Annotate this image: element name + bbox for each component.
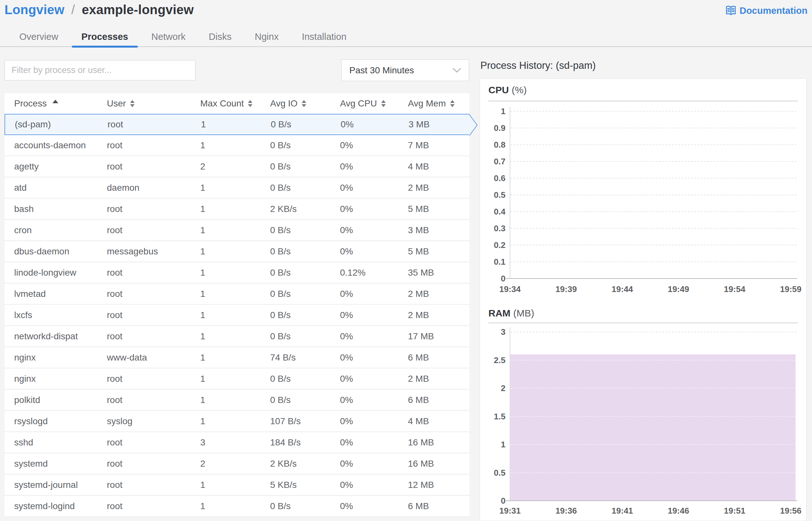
cell-user: root [97,480,191,490]
table-row[interactable]: linode-longviewroot10 B/s0.12%35 MB [4,263,469,284]
cell-process: atd [4,183,97,193]
table-row[interactable]: lxcfsroot10 B/s0%2 MB [4,305,469,326]
gridline [510,332,796,332]
x-tick-label: 19:39 [543,284,589,294]
cell-user: root [98,119,191,130]
documentation-label: Documentation [740,5,808,16]
table-row[interactable]: cronroot10 B/s0%3 MB [4,220,469,241]
tab-overview[interactable]: Overview [10,28,68,46]
cell-process: linode-longview [4,268,97,278]
cell-avg-mem: 2 MB [398,310,469,320]
cell-avg-io: 0 B/s [260,246,330,257]
table-row[interactable]: dbus-daemonmessagebus10 B/s0%5 MB [4,241,469,263]
cell-avg-cpu: 0% [330,480,398,490]
cell-max-count: 1 [191,204,260,214]
cell-user: daemon [97,183,191,193]
cell-avg-cpu: 0% [331,119,399,130]
cell-avg-io: 0 B/s [260,395,330,405]
breadcrumb-current-client: example-longview [82,3,194,17]
cell-avg-io: 107 B/s [260,416,330,427]
breadcrumb-longview-link[interactable]: Longview [4,3,64,17]
table-row[interactable]: lvmetadroot10 B/s0%2 MB [4,284,469,305]
y-axis-line [510,327,510,501]
column-header-avg-mem[interactable]: Avg Mem [398,98,469,109]
tab-nginx[interactable]: Nginx [245,28,288,46]
process-filter-input[interactable] [4,60,195,81]
cell-avg-cpu: 0% [330,183,398,193]
y-tick-label: 0.5 [488,190,506,200]
table-row[interactable]: rsyslogdsyslog1107 B/s0%4 MB [4,411,469,432]
cell-user: root [97,140,191,151]
x-tick-label: 19:31 [488,505,533,516]
process-history-title: Process History: (sd-pam) [480,60,596,71]
cell-max-count: 1 [191,140,260,151]
table-row-selected[interactable]: (sd-pam)root10 B/s0%3 MB [4,114,469,135]
cell-avg-cpu: 0% [330,353,398,363]
table-row[interactable]: atddaemon10 B/s0%2 MB [4,178,469,199]
table-row[interactable]: agettyroot20 B/s0%4 MB [4,156,469,178]
cell-avg-io: 0 B/s [260,268,330,278]
cell-process: lvmetad [4,289,97,299]
table-row[interactable]: networkd-dispatroot10 B/s0%17 MB [4,326,469,347]
cell-process: lxcfs [4,310,97,320]
table-row[interactable]: bashroot12 KB/s0%5 MB [4,199,469,220]
cell-avg-io: 0 B/s [260,183,330,193]
cell-avg-io: 0 B/s [260,501,330,511]
tab-installation[interactable]: Installation [292,28,356,46]
table-row[interactable]: systemd-journalroot15 KB/s0%12 MB [4,475,469,496]
cell-avg-cpu: 0% [330,459,398,469]
cell-avg-mem: 4 MB [398,161,469,172]
ram-chart-title-main: RAM [488,308,510,318]
sort-toggle-icon [381,100,386,107]
time-range-select[interactable]: Past 30 Minutes [341,60,469,81]
cell-avg-cpu: 0% [330,416,398,427]
y-tick-label: 0.9 [488,123,506,133]
cell-user: root [97,395,191,405]
column-label: User [107,98,126,109]
cell-avg-mem: 2 MB [398,183,469,193]
cell-avg-io: 0 B/s [260,374,330,384]
cell-avg-io: 184 B/s [260,437,330,448]
cell-avg-cpu: 0% [330,437,398,448]
table-row[interactable]: nginxroot10 B/s0%2 MB [4,368,469,390]
tab-network[interactable]: Network [142,28,195,46]
cell-avg-mem: 5 MB [398,204,469,214]
documentation-link[interactable]: Documentation [724,4,808,17]
column-header-avg-io[interactable]: Avg IO [260,98,330,109]
column-label: Avg CPU [340,98,377,109]
ram-chart-title: RAM(MB) [488,308,534,319]
cell-avg-cpu: 0% [330,501,398,511]
cell-avg-io: 0 B/s [260,161,330,172]
column-header-avg-cpu[interactable]: Avg CPU [330,98,398,109]
cpu-chart-title-main: CPU [488,85,509,95]
sort-ascending-icon [52,100,58,103]
column-label: Max Count [200,98,244,109]
table-row[interactable]: systemd-logindroot10 B/s0%6 MB [4,496,469,517]
column-header-max-count[interactable]: Max Count [191,98,260,109]
cell-process: sshd [4,437,97,448]
cell-avg-io: 2 KB/s [260,459,330,469]
cell-process: rsyslogd [4,416,97,427]
gridline [510,211,796,212]
y-tick-label: 0.1 [488,257,506,267]
cell-max-count: 2 [191,161,260,172]
table-row[interactable]: accounts-daemonroot10 B/s0%7 MB [4,135,469,156]
y-tick-label: 0 [488,273,506,284]
tab-processes[interactable]: Processes [72,28,138,46]
cell-avg-cpu: 0% [330,204,398,214]
y-tick-label: 2 [488,383,506,393]
table-row[interactable]: nginxwww-data174 B/s0%6 MB [4,347,469,368]
cell-process: systemd-logind [4,501,97,511]
cell-avg-io: 0 B/s [261,119,331,130]
cell-user: root [97,437,191,448]
tab-disks[interactable]: Disks [199,28,241,46]
column-label: Avg IO [270,98,298,109]
column-header-process[interactable]: Process [4,98,97,109]
cell-process: nginx [4,353,97,363]
breadcrumb-separator: / [71,3,75,17]
cell-user: syslog [97,416,191,427]
table-row[interactable]: sshdroot3184 B/s0%16 MB [4,432,469,453]
table-row[interactable]: systemdroot22 KB/s0%16 MB [4,453,469,475]
column-header-user[interactable]: User [97,98,191,109]
table-row[interactable]: polkitdroot10 B/s0%6 MB [4,390,469,411]
